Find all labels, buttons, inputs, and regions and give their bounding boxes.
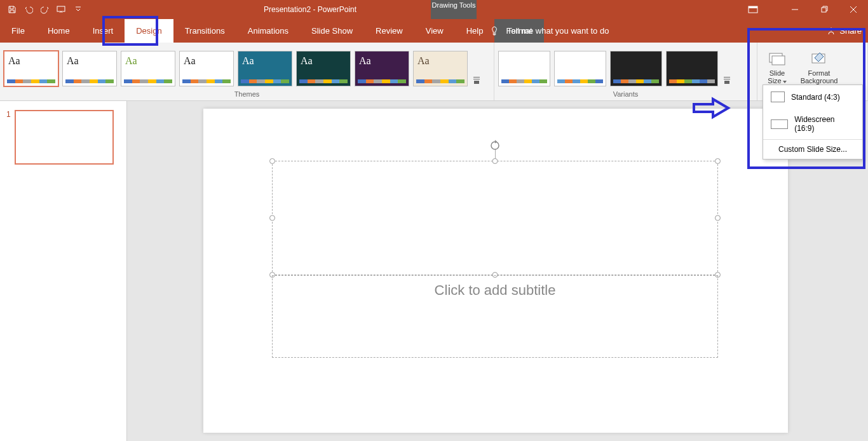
widescreen-ratio-icon [771, 119, 788, 129]
theme-aa-label: Aa [4, 51, 58, 67]
ribbon-display-options-button[interactable] [738, 0, 768, 19]
ribbon: AaAaAaAaAaAaAaAa Themes Variants Slide S… [0, 43, 868, 101]
svg-point-4 [830, 28, 832, 31]
slide-thumbnail-row[interactable]: 1 [6, 110, 120, 165]
theme-thumbnail[interactable]: Aa [296, 51, 351, 86]
theme-thumbnail[interactable]: Aa [179, 51, 234, 86]
format-background-button[interactable]: Format Background [797, 44, 841, 90]
title-bar: Presentation2 - PowerPoint Drawing Tools [0, 0, 868, 19]
close-button[interactable] [839, 0, 868, 19]
svg-rect-6 [772, 56, 785, 65]
title-placeholder[interactable] [272, 161, 718, 275]
quick-access-toolbar [0, 3, 85, 17]
tab-slideshow[interactable]: Slide Show [300, 19, 364, 43]
theme-thumbnail[interactable]: Aa [238, 51, 292, 86]
themes-group: AaAaAaAaAaAaAaAa Themes [0, 43, 494, 100]
share-icon [827, 27, 836, 36]
slide-size-menu: Standard (4:3) Widescreen (16:9) Custom … [763, 85, 863, 159]
format-background-icon [810, 50, 828, 67]
variant-thumbnail[interactable] [498, 51, 550, 86]
theme-aa-label: Aa [297, 51, 350, 67]
resize-handle-ne[interactable] [715, 158, 721, 164]
theme-aa-label: Aa [180, 51, 233, 67]
variants-expand-button[interactable] [722, 51, 732, 86]
tab-design[interactable]: Design [125, 19, 173, 43]
minimize-button[interactable] [780, 0, 810, 19]
resize-handle-n[interactable] [492, 158, 498, 164]
theme-thumbnail[interactable]: Aa [413, 51, 468, 86]
theme-thumbnail[interactable]: Aa [62, 51, 117, 86]
themes-group-label: Themes [0, 90, 494, 100]
annotation-arrow-icon [693, 97, 731, 122]
variant-thumbnail[interactable] [666, 51, 718, 86]
theme-aa-label: Aa [355, 51, 409, 67]
tell-me-search[interactable]: Tell me what you want to do [489, 19, 609, 43]
rotation-handle[interactable] [489, 140, 501, 154]
slide-number-label: 1 [6, 110, 11, 165]
tab-insert[interactable]: Insert [81, 19, 125, 43]
contextual-tab-header: Drawing Tools [431, 0, 477, 19]
slide-thumbnail[interactable] [15, 110, 114, 165]
resize-handle-w[interactable] [269, 215, 275, 221]
subtitle-placeholder-text: Click to add subtitle [435, 282, 556, 299]
customize-qat-button[interactable] [71, 3, 85, 17]
slide-size-widescreen-item[interactable]: Widescreen (16:9) [763, 109, 862, 139]
start-slideshow-button[interactable] [55, 3, 69, 17]
standard-ratio-icon [771, 92, 785, 102]
slide-size-standard-item[interactable]: Standard (4:3) [763, 85, 862, 109]
theme-thumbnail[interactable]: Aa [355, 51, 409, 86]
slide-size-button[interactable]: Slide Size [761, 44, 793, 90]
work-area: 1 Click to add subtitle [0, 101, 868, 441]
tab-view[interactable]: View [414, 19, 455, 43]
variants-group: Variants [494, 43, 757, 100]
tab-home[interactable]: Home [36, 19, 81, 43]
slide-thumbnails-pane[interactable]: 1 [0, 101, 127, 441]
tab-animations[interactable]: Animations [236, 19, 300, 43]
theme-aa-label: Aa [63, 51, 116, 67]
tab-transitions[interactable]: Transitions [173, 19, 236, 43]
theme-aa-label: Aa [414, 51, 467, 67]
svg-rect-3 [822, 8, 826, 12]
window-title: Presentation2 - PowerPoint [264, 5, 356, 14]
slide-editor[interactable]: Click to add subtitle [127, 101, 868, 441]
theme-aa-label: Aa [121, 51, 175, 67]
tell-me-placeholder: Tell me what you want to do [507, 26, 609, 36]
slide-size-custom-item[interactable]: Custom Slide Size... [763, 139, 862, 159]
theme-thumbnail[interactable]: Aa [4, 51, 58, 86]
share-button[interactable]: Share [827, 19, 862, 43]
tab-file[interactable]: File [0, 19, 36, 43]
ribbon-tabs: File Home Insert Design Transitions Anim… [0, 19, 868, 43]
themes-expand-button[interactable] [471, 51, 482, 86]
subtitle-placeholder[interactable]: Click to add subtitle [272, 275, 718, 358]
tab-review[interactable]: Review [364, 19, 414, 43]
share-label: Share [839, 26, 862, 36]
slide-size-icon [768, 50, 786, 67]
theme-aa-label: Aa [238, 51, 292, 67]
theme-thumbnail[interactable]: Aa [121, 51, 175, 86]
resize-handle-nw[interactable] [269, 158, 275, 164]
tab-help[interactable]: Help [455, 19, 495, 43]
undo-button[interactable] [22, 3, 36, 17]
svg-rect-2 [749, 6, 757, 8]
resize-handle-e[interactable] [715, 215, 721, 221]
lightbulb-icon [489, 26, 499, 36]
restore-button[interactable] [810, 0, 839, 19]
svg-rect-0 [57, 6, 65, 11]
variant-thumbnail[interactable] [610, 51, 662, 86]
save-button[interactable] [5, 3, 19, 17]
slide-canvas[interactable]: Click to add subtitle [203, 109, 788, 433]
redo-button[interactable] [38, 3, 52, 17]
window-controls [780, 0, 868, 19]
variant-thumbnail[interactable] [554, 51, 606, 86]
